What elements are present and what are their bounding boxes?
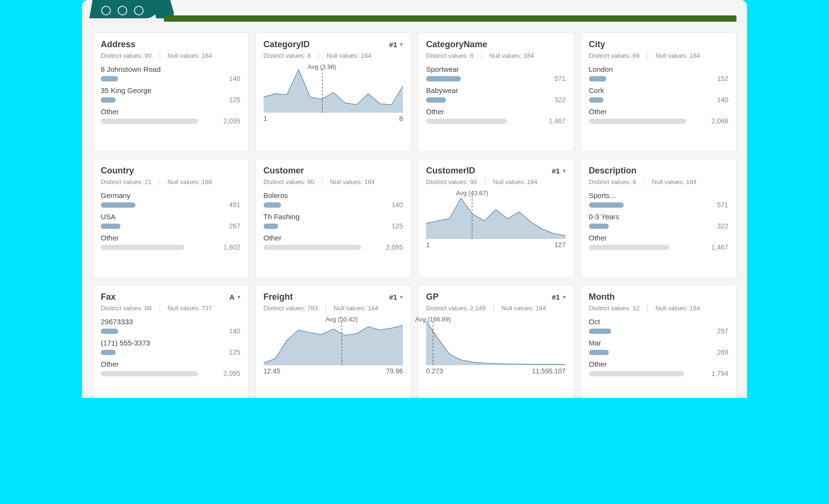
type-badge-numeric[interactable]: #1▾ [552,167,566,175]
item-label: USA [101,212,241,221]
meta-separator [647,52,648,59]
distinct-values: Distinct values: 12 [589,305,640,312]
field-card[interactable]: CustomerID#1▾Distinct values: 90Null val… [418,159,574,278]
bar-fill [101,202,135,208]
field-card[interactable]: FaxA▾Distinct values: 68Null values: 737… [93,285,249,398]
card-meta: Distinct values: 21Null values: 188 [101,178,241,186]
value-item[interactable]: USA267 [101,212,241,230]
url-bar[interactable] [164,15,736,22]
value-item[interactable]: Boleros140 [264,191,403,209]
value-item[interactable]: 35 King George125 [101,86,241,104]
value-item[interactable]: London152 [589,65,729,82]
card-title: Customer [264,166,304,176]
value-item[interactable]: Sportwear571 [426,65,566,82]
value-item[interactable]: Other2,095 [264,234,403,251]
type-badge-numeric[interactable]: #1▾ [552,293,566,301]
field-card[interactable]: CustomerDistinct values: 90Null values: … [255,159,412,278]
meta-separator [494,304,494,312]
value-item[interactable]: 29673333140 [101,318,241,335]
type-badge-numeric[interactable]: #1▾ [389,293,403,301]
value-item[interactable]: 0-3 Years322 [589,212,729,230]
distribution-chart: Avg (166.89)0.27311,595.107 [426,318,566,398]
window-dot-icon[interactable] [118,6,127,15]
browser-frame: AddressDistinct values: 90Null values: 1… [82,0,747,398]
item-label: Boleros [264,191,403,199]
bar-fill [589,350,609,355]
x-max: 11,595.107 [532,367,565,375]
value-item[interactable]: Germany491 [101,191,241,209]
bar-fill [101,329,118,334]
value-item[interactable]: (171) 555-3373125 [101,339,241,356]
value-item[interactable]: Other2,095 [101,107,241,125]
item-value: 125 [392,222,403,230]
field-card[interactable]: AddressDistinct values: 90Null values: 1… [93,32,249,152]
field-card[interactable]: GP#1▾Distinct values: 2,149Null values: … [418,285,574,398]
distribution-chart: Avg (3.98)18 [264,65,403,146]
value-item[interactable]: Other2,068 [589,107,729,125]
window-dot-icon[interactable] [134,6,144,15]
type-badge-text[interactable]: A▾ [229,293,241,301]
null-values: Null values: 737 [168,305,213,312]
value-item[interactable]: Other1,467 [589,234,729,251]
card-meta: Distinct values: 2,149Null values: 184 [426,304,566,312]
browser-chrome [82,0,747,22]
distinct-values: Distinct values: 8 [589,178,636,186]
item-label: Babywear [426,86,566,94]
item-value: 140 [392,201,403,209]
value-item[interactable]: Other1,467 [426,107,566,125]
badge-label: #1 [389,40,397,49]
bar-fill [101,371,198,376]
meta-separator [160,52,160,59]
distribution-chart: Avg (43.67)1127 [426,191,566,272]
null-values: Null values: 188 [168,178,213,186]
distribution-chart: Avg (50.42)12.4579.96 [264,318,403,398]
value-item[interactable]: 8 Johnstown Road140 [101,65,241,82]
card-title: CustomerID [426,166,475,176]
value-item[interactable]: Th Fashing125 [264,212,403,230]
field-card[interactable]: CityDistinct values: 69Null values: 184L… [581,32,737,152]
field-card[interactable]: CategoryNameDistinct values: 8Null value… [418,32,574,152]
item-label: Other [101,107,241,116]
value-item[interactable]: Other1,602 [101,234,241,251]
bar-fill [589,371,684,376]
card-meta: Distinct values: 12Null values: 184 [589,304,729,312]
chevron-down-icon: ▾ [563,168,566,174]
item-value: 571 [554,75,565,82]
sparkline-svg [264,65,403,113]
field-card[interactable]: CountryDistinct values: 21Null values: 1… [93,159,249,278]
badge-label: #1 [552,167,560,175]
bar-fill [101,350,116,355]
avg-label: Avg (43.67) [456,189,488,197]
distinct-values: Distinct values: 783 [264,305,318,312]
item-label: Other [426,107,566,116]
window-dot-icon[interactable] [101,6,111,15]
sparkline-svg [426,318,566,365]
field-card[interactable]: Freight#1▾Distinct values: 783Null value… [255,285,412,398]
bar-fill [589,224,609,229]
null-values: Null values: 184 [489,52,534,59]
bar-fill [101,119,198,124]
card-title-row: Description [589,166,729,176]
field-card[interactable]: CategoryID#1▾Distinct values: 8Null valu… [255,32,412,152]
type-badge-numeric[interactable]: #1▾ [389,40,403,49]
item-value: 140 [229,75,240,82]
value-item[interactable]: Cork140 [589,86,729,104]
value-item[interactable]: Mar269 [589,339,729,356]
value-item[interactable]: Other2,095 [101,360,241,377]
null-values: Null values: 184 [655,52,700,59]
value-item[interactable]: Other1,794 [589,360,729,377]
field-card[interactable]: MonthDistinct values: 12Null values: 184… [581,285,737,398]
value-item[interactable]: Oct297 [589,318,729,335]
value-item[interactable]: Babywear322 [426,86,566,104]
field-card[interactable]: DescriptionDistinct values: 8Null values… [581,159,737,278]
card-title-row: Address [101,40,241,50]
distinct-values: Distinct values: 69 [589,52,640,59]
item-label: Germany [101,191,241,199]
distinct-values: Distinct values: 90 [264,178,315,186]
sparkline-svg [264,318,403,365]
card-meta: Distinct values: 90Null values: 184 [426,178,566,186]
item-label: Oct [589,318,729,326]
meta-separator [160,304,160,312]
value-item[interactable]: Sports…571 [589,191,729,209]
bar-fill [589,329,611,334]
